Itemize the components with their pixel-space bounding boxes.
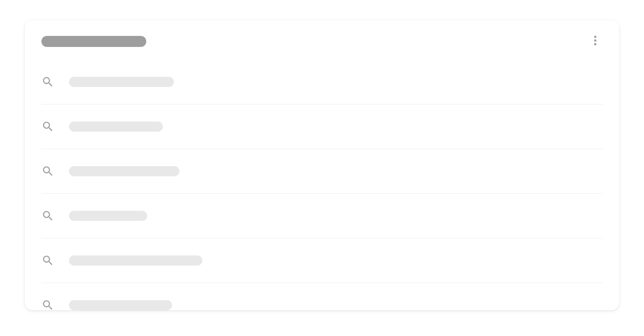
suggestion-text-placeholder (69, 122, 163, 132)
suggestion-item[interactable] (41, 194, 603, 238)
search-suggestions-card (25, 20, 619, 310)
card-title-placeholder (41, 36, 146, 47)
suggestion-item[interactable] (41, 60, 603, 104)
svg-point-0 (594, 36, 597, 38)
suggestion-text-placeholder (69, 255, 202, 266)
search-icon (41, 254, 54, 267)
suggestions-list (25, 60, 619, 310)
svg-point-1 (594, 40, 597, 42)
more-options-button[interactable] (588, 34, 603, 49)
suggestion-item[interactable] (41, 283, 603, 310)
suggestion-text-placeholder (69, 300, 172, 310)
search-icon (41, 209, 54, 222)
suggestion-text-placeholder (69, 166, 179, 176)
more-vert-icon (594, 35, 597, 48)
suggestion-text-placeholder (69, 211, 147, 221)
search-icon (41, 120, 54, 133)
svg-point-2 (594, 43, 597, 46)
suggestion-item[interactable] (41, 238, 603, 283)
suggestion-item[interactable] (41, 149, 603, 194)
suggestion-text-placeholder (69, 77, 174, 87)
search-icon (41, 75, 54, 88)
card-header (25, 20, 619, 60)
search-icon (41, 165, 54, 178)
suggestion-item[interactable] (41, 104, 603, 149)
search-icon (41, 299, 54, 310)
